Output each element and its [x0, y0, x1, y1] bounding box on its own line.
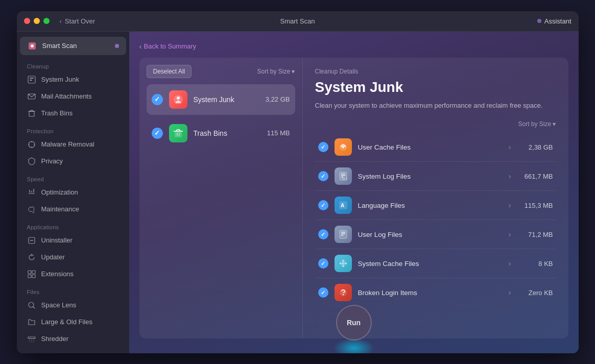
back-chevron-icon: ‹	[139, 42, 142, 51]
close-button[interactable]	[24, 18, 30, 24]
system-cache-chevron: ›	[509, 259, 511, 268]
check-language	[318, 200, 328, 210]
list-item-system-junk[interactable]: System Junk 3,22 GB	[147, 84, 295, 115]
sidebar-item-maintenance[interactable]: Maintenance	[20, 201, 126, 217]
system-junk-icon	[27, 75, 36, 84]
detail-title: System Junk	[315, 79, 556, 95]
list-header: Deselect All Sort by Size ▾	[147, 65, 295, 78]
system-junk-label: System Junk	[41, 76, 79, 83]
trash-bins-label: Trash Bins	[41, 109, 73, 117]
titlebar-nav[interactable]: ‹ Start Over	[60, 17, 96, 25]
section-cleanup: Cleanup	[17, 57, 129, 71]
svg-rect-25	[32, 275, 35, 278]
language-name: Language Files	[358, 202, 503, 209]
uninstaller-icon	[27, 236, 36, 245]
smart-scan-icon	[27, 41, 37, 51]
titlebar: ‹ Start Over Smart Scan Assistant	[17, 11, 579, 32]
sort-by-size-label[interactable]: Sort by Size ▾	[257, 68, 295, 75]
sidebar-item-large-old-files[interactable]: Large & Old Files	[20, 314, 126, 330]
detail-item-user-cache[interactable]: User Cache Files › 2,38 GB	[315, 133, 556, 162]
maintenance-icon	[27, 205, 36, 214]
section-protection: Protection	[17, 122, 129, 136]
large-old-files-label: Large & Old Files	[41, 318, 92, 326]
sidebar-item-smart-scan[interactable]: Smart Scan	[20, 37, 126, 55]
minimize-button[interactable]	[34, 18, 40, 24]
system-log-chevron: ›	[509, 172, 511, 180]
user-cache-name: User Cache Files	[358, 143, 503, 151]
main-layout: Smart Scan Cleanup System Junk	[17, 32, 579, 353]
user-log-icon	[335, 226, 352, 243]
back-chevron-icon: ‹	[60, 17, 62, 25]
sidebar-item-space-lens[interactable]: Space Lens	[20, 297, 126, 313]
check-user-log	[318, 229, 328, 239]
svg-text:A: A	[341, 203, 344, 208]
detail-item-broken-login[interactable]: Broken Login Items › Zero KB	[315, 278, 556, 307]
section-speed: Speed	[17, 170, 129, 184]
svg-rect-28	[28, 337, 35, 338]
check-user-cache	[318, 142, 328, 152]
system-cache-size: 8 KB	[517, 260, 553, 268]
malware-icon	[27, 140, 36, 149]
detail-sort-label[interactable]: Sort by Size ▾	[315, 120, 556, 128]
titlebar-title: Smart Scan	[280, 17, 315, 25]
trash-icon	[27, 109, 36, 118]
svg-rect-22	[28, 271, 31, 274]
shredder-label: Shredder	[41, 335, 68, 343]
check-system-log	[318, 171, 328, 181]
mail-icon	[27, 92, 36, 101]
broken-login-size: Zero KB	[517, 289, 553, 297]
extensions-label: Extensions	[41, 270, 74, 278]
run-button[interactable]: Run	[336, 305, 372, 341]
assistant-button[interactable]: Assistant	[544, 17, 572, 25]
user-log-chevron: ›	[509, 230, 511, 238]
sidebar-item-uninstaller[interactable]: Uninstaller	[20, 232, 126, 249]
shredder-icon	[27, 334, 36, 344]
broken-login-icon	[335, 284, 352, 301]
updater-icon	[27, 253, 36, 262]
smart-scan-label: Smart Scan	[42, 42, 77, 50]
sidebar-item-extensions[interactable]: Extensions	[20, 266, 126, 282]
sidebar-item-system-junk[interactable]: System Junk	[20, 71, 126, 88]
check-system-cache	[318, 258, 328, 269]
detail-item-user-log[interactable]: User Log Files › 71,2 MB	[315, 220, 556, 249]
list-panel: Deselect All Sort by Size ▾	[139, 58, 303, 338]
svg-line-27	[33, 307, 35, 308]
user-cache-size: 2,38 GB	[517, 143, 553, 151]
system-junk-name: System Junk	[194, 95, 259, 104]
sidebar-item-trash-bins[interactable]: Trash Bins	[20, 105, 126, 122]
sidebar-item-malware-removal[interactable]: Malware Removal	[20, 136, 126, 153]
detail-description: Clean your system to achieve maximum per…	[315, 101, 556, 111]
trash-bins-thumb	[169, 124, 187, 142]
sidebar-item-shredder[interactable]: Shredder	[20, 331, 126, 347]
sidebar-item-updater[interactable]: Updater	[20, 249, 126, 265]
optimization-label: Optimization	[41, 188, 78, 196]
svg-rect-6	[29, 111, 34, 116]
uninstaller-label: Uninstaller	[41, 236, 73, 244]
detail-panel: Cleanup Details System Junk Clean your s…	[303, 58, 568, 338]
detail-item-system-cache[interactable]: System Cache Files › 8 KB	[315, 249, 556, 278]
list-item-trash-bins[interactable]: Trash Bins 115 MB	[147, 118, 295, 149]
space-lens-icon	[27, 301, 36, 310]
sidebar-item-privacy[interactable]: Privacy	[20, 153, 126, 169]
detail-item-language[interactable]: A Language Files › 115,3 MB	[315, 191, 556, 220]
deselect-all-button[interactable]: Deselect All	[147, 65, 192, 78]
user-cache-icon	[335, 138, 352, 156]
start-over-button[interactable]: Start Over	[65, 17, 95, 25]
trash-bins-name: Trash Bins	[194, 129, 261, 137]
maintenance-label: Maintenance	[41, 205, 79, 213]
cleanup-details-label: Cleanup Details	[315, 68, 556, 75]
detail-item-system-log[interactable]: 56 4 System Log Files › 661,7 MB	[315, 162, 556, 191]
back-to-summary-button[interactable]: ‹ Back to Summary	[139, 42, 568, 51]
large-files-icon	[27, 318, 36, 327]
sidebar-item-mail-attachments[interactable]: Mail Attachments	[20, 88, 126, 105]
sidebar-item-optimization[interactable]: Optimization	[20, 184, 126, 201]
mail-attachments-label: Mail Attachments	[41, 92, 92, 100]
check-broken-login	[318, 287, 328, 298]
maximize-button[interactable]	[43, 18, 50, 24]
traffic-lights	[24, 18, 50, 24]
svg-point-1	[31, 44, 34, 47]
user-cache-chevron: ›	[509, 143, 511, 151]
system-junk-thumb	[169, 90, 187, 109]
user-log-name: User Log Files	[358, 231, 503, 238]
optimization-icon	[27, 188, 36, 197]
